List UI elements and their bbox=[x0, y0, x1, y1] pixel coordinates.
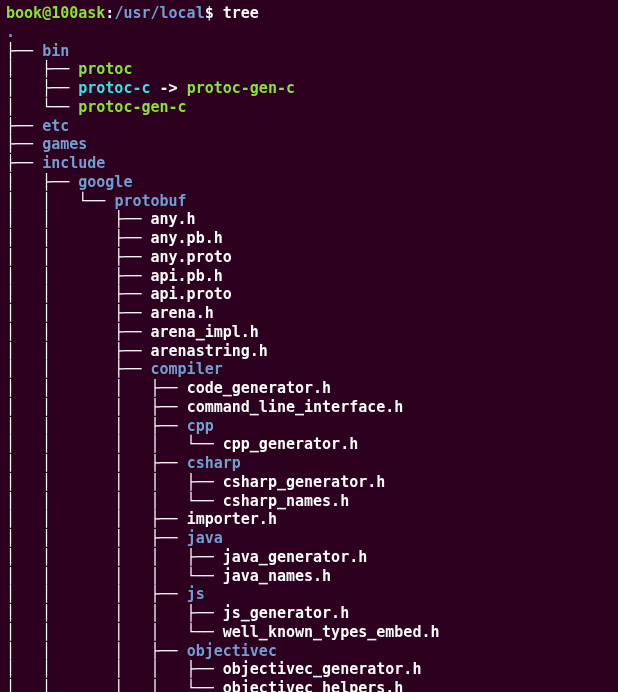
tree-branch: ├── bbox=[6, 135, 42, 153]
tree-branch: │ │ ├── bbox=[6, 267, 151, 285]
symlink-protoc-c: protoc-c bbox=[78, 79, 150, 97]
file-csharp-names-h: csharp_names.h bbox=[223, 492, 349, 510]
file-java-generator-h: java_generator.h bbox=[223, 548, 368, 566]
symlink-arrow: -> bbox=[151, 79, 187, 97]
tree-branch: │ │ │ │ ├── bbox=[6, 660, 223, 678]
file-cpp-generator-h: cpp_generator.h bbox=[223, 435, 358, 453]
tree-branch: │ │ │ │ └── bbox=[6, 435, 223, 453]
tree-branch: │ │ │ ├── bbox=[6, 585, 187, 603]
tree-branch: │ │ │ ├── bbox=[6, 529, 187, 547]
tree-branch: │ ├── bbox=[6, 60, 78, 78]
prompt: book@100ask:/usr/local$ bbox=[6, 4, 214, 22]
file-command-line-interface-h: command_line_interface.h bbox=[187, 398, 404, 416]
tree-branch: │ │ │ ├── bbox=[6, 642, 187, 660]
tree-branch: │ │ ├── bbox=[6, 229, 151, 247]
tree-branch: │ │ │ │ ├── bbox=[6, 473, 223, 491]
dir-etc: etc bbox=[42, 117, 69, 135]
tree-branch: │ │ │ ├── bbox=[6, 454, 187, 472]
dir-compiler: compiler bbox=[151, 360, 223, 378]
tree-branch: │ │ ├── bbox=[6, 342, 151, 360]
tree-branch: │ │ ├── bbox=[6, 210, 151, 228]
prompt-dollar: $ bbox=[205, 4, 214, 22]
dir-protobuf: protobuf bbox=[114, 192, 186, 210]
tree-branch: │ ├── bbox=[6, 79, 78, 97]
tree-branch: │ │ ├── bbox=[6, 248, 151, 266]
tree-branch: │ │ │ ├── bbox=[6, 398, 187, 416]
prompt-at: @ bbox=[42, 4, 51, 22]
file-java-names-h: java_names.h bbox=[223, 567, 331, 585]
file-js-generator-h: js_generator.h bbox=[223, 604, 349, 622]
dir-google: google bbox=[78, 173, 132, 191]
file-csharp-generator-h: csharp_generator.h bbox=[223, 473, 386, 491]
file-objectivec-generator-h: objectivec_generator.h bbox=[223, 660, 422, 678]
tree-branch: ├── bbox=[6, 154, 42, 172]
tree-branch: │ │ │ ├── bbox=[6, 510, 187, 528]
file-api-proto: api.proto bbox=[151, 285, 232, 303]
exec-protoc-gen-c: protoc-gen-c bbox=[78, 98, 186, 116]
dir-java: java bbox=[187, 529, 223, 547]
file-well-known-types-embed-h: well_known_types_embed.h bbox=[223, 623, 440, 641]
tree-branch: │ │ ├── bbox=[6, 304, 151, 322]
symlink-target: protoc-gen-c bbox=[187, 79, 295, 97]
exec-protoc: protoc bbox=[78, 60, 132, 78]
file-api-pb-h: api.pb.h bbox=[151, 267, 223, 285]
tree-branch: ├── bbox=[6, 42, 42, 60]
dir-csharp: csharp bbox=[187, 454, 241, 472]
tree-branch: ├── bbox=[6, 117, 42, 135]
tree-branch: │ │ └── bbox=[6, 192, 114, 210]
file-any-h: any.h bbox=[151, 210, 196, 228]
dir-objectivec: objectivec bbox=[187, 642, 277, 660]
command: tree bbox=[223, 4, 259, 22]
terminal-output[interactable]: book@100ask:/usr/local$ tree . ├── bin │… bbox=[6, 4, 612, 692]
dir-include: include bbox=[42, 154, 105, 172]
tree-branch: │ │ │ │ └── bbox=[6, 567, 223, 585]
tree-branch: │ │ ├── bbox=[6, 323, 151, 341]
file-importer-h: importer.h bbox=[187, 510, 277, 528]
tree-branch: │ │ │ │ └── bbox=[6, 679, 223, 692]
tree-branch: │ │ ├── bbox=[6, 360, 151, 378]
dir-cpp: cpp bbox=[187, 417, 214, 435]
tree-branch: │ │ │ │ └── bbox=[6, 623, 223, 641]
file-any-proto: any.proto bbox=[151, 248, 232, 266]
file-objectivec-helpers-h: objectivec_helpers.h bbox=[223, 679, 404, 692]
tree-branch: │ │ │ │ ├── bbox=[6, 548, 223, 566]
prompt-host: 100ask bbox=[51, 4, 105, 22]
tree-branch: │ │ ├── bbox=[6, 285, 151, 303]
tree-branch: │ ├── bbox=[6, 173, 78, 191]
file-arena-h: arena.h bbox=[151, 304, 214, 322]
file-arenastring-h: arenastring.h bbox=[151, 342, 268, 360]
prompt-path: /usr/local bbox=[114, 4, 204, 22]
dir-bin: bin bbox=[42, 42, 69, 60]
tree-branch: │ └── bbox=[6, 98, 78, 116]
file-arena-impl-h: arena_impl.h bbox=[151, 323, 259, 341]
tree-branch: │ │ │ ├── bbox=[6, 379, 187, 397]
tree-branch: │ │ │ │ └── bbox=[6, 492, 223, 510]
tree-branch: │ │ │ │ ├── bbox=[6, 604, 223, 622]
prompt-user: book bbox=[6, 4, 42, 22]
dir-games: games bbox=[42, 135, 87, 153]
tree-branch: │ │ │ ├── bbox=[6, 417, 187, 435]
file-code-generator-h: code_generator.h bbox=[187, 379, 332, 397]
dir-js: js bbox=[187, 585, 205, 603]
file-any-pb-h: any.pb.h bbox=[151, 229, 223, 247]
tree-root: . bbox=[6, 23, 15, 41]
